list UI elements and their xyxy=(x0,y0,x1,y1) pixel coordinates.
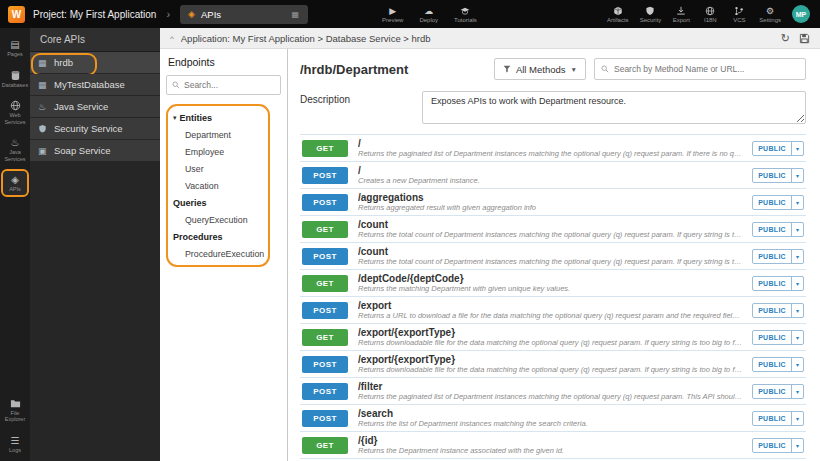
endpoint-row[interactable]: POST /export/{exportType} Returns downlo… xyxy=(300,351,806,378)
tutorials-button[interactable]: Tutorials xyxy=(454,6,477,23)
refresh-icon[interactable]: ↻ xyxy=(781,33,790,44)
app-logo[interactable]: W xyxy=(8,6,25,23)
method-search-input[interactable] xyxy=(614,64,799,74)
endpoint-description: Returns downloadable file for the data m… xyxy=(358,365,742,374)
breadcrumb-bar: ^ Application: My First Application > Da… xyxy=(160,28,820,49)
sidebar-item-soap-service[interactable]: ▣ Soap Service xyxy=(30,140,160,161)
vcs-button[interactable]: VCS xyxy=(730,6,748,23)
rail-item-pages[interactable]: ▤ Pages xyxy=(1,34,29,62)
access-dropdown[interactable]: PUBLIC ▾ xyxy=(752,249,804,264)
shield-icon xyxy=(38,124,48,134)
endpoint-description: Returns the list of Department instances… xyxy=(358,419,742,428)
i18n-button[interactable]: I18N xyxy=(701,6,719,23)
endpoint-row[interactable]: GET /deptCode/{deptCode} Returns the mat… xyxy=(300,270,806,297)
endpoint-path: / xyxy=(358,165,742,176)
deploy-button[interactable]: ☁ Deploy xyxy=(419,6,438,23)
caret-down-icon: ▾ xyxy=(791,250,803,263)
tree-item[interactable]: User xyxy=(173,160,263,177)
apis-icon: ◈ xyxy=(11,174,19,185)
caret-down-icon: ▾ xyxy=(791,304,803,317)
artifacts-cube-icon xyxy=(613,6,623,16)
access-dropdown[interactable]: PUBLIC ▾ xyxy=(752,303,804,318)
methods-filter-dropdown[interactable]: All Methods ▼ xyxy=(494,58,586,80)
endpoint-path: /{id} xyxy=(358,435,742,446)
database-icon: ▦ xyxy=(38,58,48,68)
endpoint-row[interactable]: POST /export Returns a URL to download a… xyxy=(300,297,806,324)
endpoint-row[interactable]: POST /search Returns the list of Departm… xyxy=(300,405,806,432)
tree-group-queries[interactable]: Queries xyxy=(173,194,263,211)
description-label: Description xyxy=(300,91,412,124)
tree-item[interactable]: Department xyxy=(173,126,263,143)
endpoint-row[interactable]: POST /count Returns the total count of D… xyxy=(300,243,806,270)
rail-item-file-explorer[interactable]: File Explorer xyxy=(1,393,29,427)
method-badge: POST xyxy=(302,302,348,319)
access-dropdown[interactable]: PUBLIC ▾ xyxy=(752,411,804,426)
access-dropdown[interactable]: PUBLIC ▾ xyxy=(752,222,804,237)
endpoint-description: Returns the matching Department with giv… xyxy=(358,284,742,293)
artifacts-button[interactable]: Artifacts xyxy=(607,6,629,23)
sidebar-item-java-service[interactable]: ♨ Java Service xyxy=(30,96,160,117)
sidebar-item-hrdb[interactable]: ▦ hrdb xyxy=(30,52,160,73)
endpoint-description: Returns downloadable file for the data m… xyxy=(358,338,742,347)
endpoint-path: /filter xyxy=(358,381,742,392)
workspace-tab-apis[interactable]: ◈ APIs ▦ xyxy=(180,5,308,24)
rail-item-web-services[interactable]: Web Services xyxy=(1,95,29,129)
access-label: PUBLIC xyxy=(753,145,791,152)
tree-group-entities[interactable]: ▾ Entities xyxy=(173,109,263,126)
access-dropdown[interactable]: PUBLIC ▾ xyxy=(752,384,804,399)
content-row: Endpoints ▾ Entities xyxy=(160,49,820,461)
endpoints-search-input[interactable] xyxy=(184,80,275,90)
access-dropdown[interactable]: PUBLIC ▾ xyxy=(752,195,804,210)
rail-item-apis[interactable]: ◈ APIs xyxy=(1,169,29,197)
tree-item[interactable]: ProcedureExecution xyxy=(173,245,263,262)
rail-item-label: File Explorer xyxy=(3,410,27,423)
endpoint-description: Returns aggregated result with given agg… xyxy=(358,203,742,212)
caret-down-icon: ▾ xyxy=(791,331,803,344)
endpoints-tree: ▾ Entities DepartmentEmployeeUserVacatio… xyxy=(166,104,270,267)
access-dropdown[interactable]: PUBLIC ▾ xyxy=(752,141,804,156)
tree-group-procedures[interactable]: Procedures xyxy=(173,228,263,245)
tree-group-label: Procedures xyxy=(173,232,223,242)
description-input[interactable]: Exposes APIs to work with Department res… xyxy=(422,91,806,124)
method-badge: GET xyxy=(302,329,348,346)
tree-item[interactable]: Employee xyxy=(173,143,263,160)
endpoint-row[interactable]: POST /filter Returns the paginated list … xyxy=(300,378,806,405)
avatar[interactable]: MP xyxy=(792,5,810,23)
main-header: /hrdb/Department All Methods ▼ xyxy=(300,58,806,80)
sidebar-item-mytestdatabase[interactable]: ▦ MyTestDatabase xyxy=(30,74,160,95)
endpoint-info: /export/{exportType} Returns downloadabl… xyxy=(358,327,742,347)
rail-item-java-services[interactable]: ♨ Java Services xyxy=(1,132,29,166)
caret-down-icon: ▾ xyxy=(791,277,803,290)
access-dropdown[interactable]: PUBLIC ▾ xyxy=(752,357,804,372)
endpoints-panel: Endpoints ▾ Entities xyxy=(160,49,288,461)
endpoint-row[interactable]: POST /aggregations Returns aggregated re… xyxy=(300,189,806,216)
tree-item[interactable]: QueryExecution xyxy=(173,211,263,228)
tree-group-label: Entities xyxy=(180,113,213,123)
access-dropdown[interactable]: PUBLIC ▾ xyxy=(752,330,804,345)
rail-item-logs[interactable]: ☰ Logs xyxy=(1,430,29,458)
logs-icon: ☰ xyxy=(11,435,20,446)
rail-item-databases[interactable]: Databases xyxy=(1,65,29,93)
security-button[interactable]: Security xyxy=(640,6,662,23)
endpoint-row[interactable]: GET /count Returns the total count of De… xyxy=(300,216,806,243)
tree-item[interactable]: Vacation xyxy=(173,177,263,194)
endpoint-row[interactable]: GET /{id} Returns the Department instanc… xyxy=(300,432,806,459)
endpoint-row[interactable]: GET /export/{exportType} Returns downloa… xyxy=(300,324,806,351)
topbar-center-actions: ▶ Preview ☁ Deploy Tutorials xyxy=(382,6,477,23)
settings-button[interactable]: ⚙ Settings xyxy=(759,6,781,23)
access-dropdown[interactable]: PUBLIC ▾ xyxy=(752,276,804,291)
access-dropdown[interactable]: PUBLIC ▾ xyxy=(752,438,804,453)
endpoint-row[interactable]: GET / Returns the paginated list of Depa… xyxy=(300,135,806,162)
save-icon[interactable] xyxy=(799,33,810,44)
java-icon: ♨ xyxy=(11,137,20,148)
rail-item-label: Databases xyxy=(2,82,28,89)
tutorials-label: Tutorials xyxy=(454,17,477,23)
sidebar-item-security-service[interactable]: Security Service xyxy=(30,118,160,139)
export-button[interactable]: Export xyxy=(672,6,690,23)
endpoint-row[interactable]: POST / Creates a new Department instance… xyxy=(300,162,806,189)
endpoint-description: Returns the Department instance associat… xyxy=(358,446,742,455)
method-badge: POST xyxy=(302,167,348,184)
preview-button[interactable]: ▶ Preview xyxy=(382,6,403,23)
method-badge: GET xyxy=(302,221,348,238)
access-dropdown[interactable]: PUBLIC ▾ xyxy=(752,168,804,183)
